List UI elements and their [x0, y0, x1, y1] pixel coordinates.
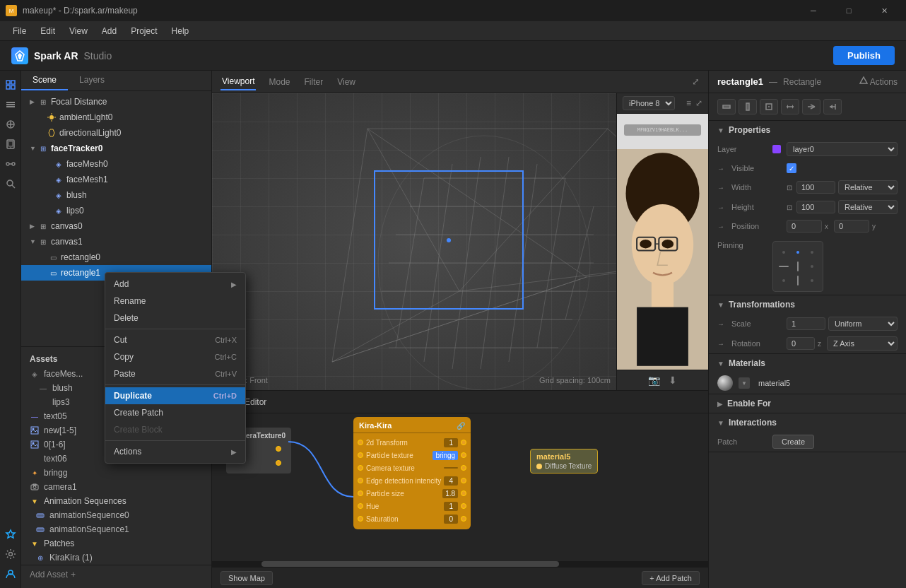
- add-patch-button[interactable]: + Add Patch: [642, 571, 700, 585]
- pin-tc[interactable]: [792, 246, 804, 259]
- ctx-copy[interactable]: Copy Ctrl+C: [105, 348, 245, 365]
- tree-item-face-mesh1[interactable]: ◈ faceMesh1: [21, 172, 211, 187]
- ctx-delete[interactable]: Delete: [105, 310, 245, 327]
- transform-btn-4[interactable]: [781, 99, 799, 114]
- interactions-section-header[interactable]: ▼ Interactions: [709, 413, 906, 432]
- ctx-paste[interactable]: Paste Ctrl+V: [105, 365, 245, 382]
- output-port[interactable]: [461, 440, 466, 445]
- screenshot-icon[interactable]: 📷: [648, 375, 660, 386]
- tree-item-canvas1[interactable]: ▼ ⊞ canvas1: [21, 234, 211, 249]
- output-port[interactable]: [461, 452, 466, 458]
- pin-bc[interactable]: [792, 274, 804, 287]
- tree-item-blush[interactable]: ◈ blush: [21, 187, 211, 203]
- tab-mode[interactable]: Mode: [267, 74, 291, 90]
- pin-mr[interactable]: [806, 260, 818, 273]
- width-unit-select[interactable]: Relative: [838, 180, 898, 194]
- asset-item-camera1[interactable]: camera1: [21, 480, 211, 494]
- transform-btn-5[interactable]: [802, 99, 820, 114]
- patch-editor-content[interactable]: cameraTexture0 Kira-Kira 🔗: [212, 413, 708, 568]
- pin-mc[interactable]: [792, 260, 804, 273]
- ctx-duplicate[interactable]: Duplicate Ctrl+D: [105, 387, 245, 404]
- material-port[interactable]: [536, 464, 542, 469]
- tree-item-rectangle0[interactable]: ▭ rectangle0: [21, 249, 211, 265]
- add-asset-bar[interactable]: Add Asset +: [21, 565, 211, 584]
- tab-layers[interactable]: Layers: [68, 71, 116, 90]
- ctx-add[interactable]: Add ▶: [105, 276, 245, 293]
- input-port[interactable]: [358, 440, 363, 445]
- settings-icon[interactable]: [2, 546, 19, 563]
- pin-bl[interactable]: [777, 274, 790, 287]
- ctx-actions[interactable]: Actions ▶: [105, 443, 245, 460]
- menu-file[interactable]: File: [6, 23, 33, 39]
- simulator-icon[interactable]: [2, 136, 19, 153]
- layers-icon[interactable]: [2, 96, 19, 113]
- material-dropdown[interactable]: ▼: [739, 377, 750, 389]
- rotation-input[interactable]: [787, 337, 815, 350]
- ctx-cut[interactable]: Cut Ctrl+X: [105, 331, 245, 348]
- menu-project[interactable]: Project: [124, 23, 164, 39]
- enable-for-header[interactable]: ▶ Enable For: [709, 394, 906, 413]
- record-icon[interactable]: ⬇: [669, 375, 677, 386]
- menu-help[interactable]: Help: [165, 23, 196, 39]
- actions-label[interactable]: Actions: [859, 76, 898, 87]
- transform-btn-6[interactable]: [823, 99, 842, 114]
- tab-view[interactable]: View: [336, 74, 357, 90]
- pin-tr[interactable]: [806, 246, 818, 259]
- create-button[interactable]: Create: [772, 435, 814, 449]
- tree-item-face-mesh0[interactable]: ◈ faceMesh0: [21, 156, 211, 172]
- output-port[interactable]: [461, 490, 466, 496]
- pin-ml[interactable]: [777, 260, 790, 273]
- asset-item-animseq0[interactable]: animationSequence0: [21, 508, 211, 522]
- transformations-section-header[interactable]: ▼ Transformations: [709, 295, 906, 314]
- patches-icon[interactable]: [2, 155, 19, 172]
- menu-add[interactable]: Add: [95, 23, 124, 39]
- tree-item-face-tracker[interactable]: ▼ ⊞ faceTracker0: [21, 141, 211, 156]
- tree-item-lips0[interactable]: ◈ lips0: [21, 203, 211, 218]
- minimize-button[interactable]: ─: [797, 0, 830, 21]
- output-port[interactable]: [461, 516, 466, 522]
- ctx-rename[interactable]: Rename: [105, 293, 245, 310]
- tab-viewport[interactable]: Viewport: [220, 74, 256, 90]
- transform-btn-3[interactable]: [760, 99, 778, 114]
- transform-btn-2[interactable]: [739, 99, 757, 114]
- patch-scrollbar-thumb[interactable]: [261, 561, 559, 567]
- maximize-button[interactable]: □: [833, 0, 865, 21]
- properties-section-header[interactable]: ▼ Properties: [709, 121, 906, 139]
- asset-item-bringg[interactable]: ✦ bringg: [21, 466, 211, 480]
- width-input[interactable]: [796, 181, 835, 194]
- output-port[interactable]: [461, 478, 466, 483]
- menu-edit[interactable]: Edit: [33, 23, 62, 39]
- scale-input[interactable]: [787, 317, 825, 330]
- user-icon[interactable]: [2, 565, 19, 582]
- asset-item-animseq1[interactable]: animationSequence1: [21, 522, 211, 536]
- transform-btn-1[interactable]: [717, 99, 736, 114]
- asset-item-kirakira[interactable]: ⊕ KiraKira (1): [21, 551, 211, 565]
- asset-group-anim-seq[interactable]: ▼ Animation Sequences: [21, 494, 211, 508]
- input-port[interactable]: [358, 452, 363, 458]
- materials-section-header[interactable]: ▼ Materials: [709, 354, 906, 372]
- rotation-axis-select[interactable]: Z Axis: [827, 336, 898, 351]
- input-port[interactable]: [358, 503, 363, 509]
- tree-item-canvas0[interactable]: ▶ ⊞ canvas0: [21, 218, 211, 234]
- pin-tl[interactable]: [777, 246, 790, 259]
- input-port[interactable]: [358, 516, 363, 522]
- layer-select[interactable]: layer0: [787, 142, 898, 156]
- viewport-3d[interactable]: Camera: Front Grid spacing: 100cm: [212, 93, 616, 390]
- search-icon[interactable]: [2, 175, 19, 192]
- pin-br[interactable]: [806, 274, 818, 287]
- input-port[interactable]: [358, 478, 363, 483]
- effects-icon[interactable]: [2, 526, 19, 543]
- device-select[interactable]: iPhone 8: [623, 96, 675, 110]
- output-port[interactable]: [461, 503, 466, 509]
- tab-scene[interactable]: Scene: [21, 71, 68, 90]
- position-y-input[interactable]: [834, 220, 869, 233]
- menu-view[interactable]: View: [62, 23, 95, 39]
- show-map-button[interactable]: Show Map: [220, 571, 273, 585]
- scale-type-select[interactable]: Uniform: [828, 317, 898, 331]
- patch-scrollbar[interactable]: [212, 561, 708, 567]
- visible-checkbox[interactable]: ✓: [787, 163, 796, 173]
- position-x-input[interactable]: [787, 220, 822, 233]
- tab-filter[interactable]: Filter: [303, 74, 325, 90]
- input-port[interactable]: [358, 490, 363, 496]
- asset-group-patches[interactable]: ▼ Patches: [21, 536, 211, 551]
